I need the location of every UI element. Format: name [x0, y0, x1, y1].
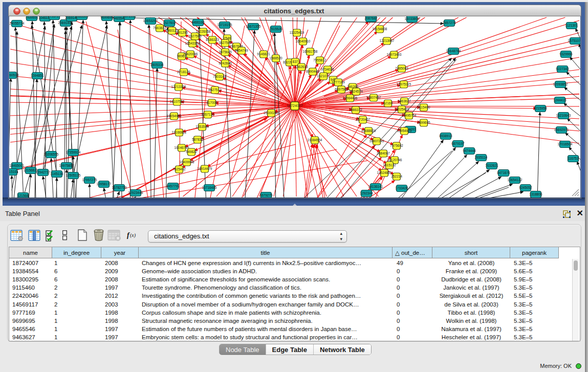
svg-text:3824574: 3824574 — [350, 90, 363, 93]
svg-text:1594851: 1594851 — [31, 74, 44, 77]
svg-text:9146821: 9146821 — [257, 52, 270, 56]
svg-text:18724007: 18724007 — [287, 104, 302, 107]
svg-text:13954923: 13954923 — [397, 129, 412, 133]
svg-text:16107552: 16107552 — [170, 100, 185, 103]
svg-text:2805334: 2805334 — [150, 63, 164, 67]
svg-text:2986372: 2986372 — [349, 108, 362, 112]
svg-text:17957275: 17957275 — [82, 178, 97, 182]
svg-text:6466160: 6466160 — [191, 20, 205, 24]
svg-text:10973493: 10973493 — [387, 53, 402, 56]
svg-text:1145134: 1145134 — [51, 172, 63, 176]
svg-text:16961758: 16961758 — [303, 50, 318, 53]
svg-text:7632621: 7632621 — [485, 164, 498, 167]
svg-text:1733426: 1733426 — [395, 186, 408, 190]
svg-text:1121301: 1121301 — [565, 24, 578, 27]
svg-text:7663822: 7663822 — [153, 26, 166, 30]
svg-text:19654985: 19654985 — [167, 114, 182, 118]
svg-text:2718126: 2718126 — [177, 70, 190, 74]
svg-text:837: 837 — [293, 60, 298, 63]
svg-text:16120746: 16120746 — [387, 158, 402, 162]
svg-text:1615132: 1615132 — [383, 163, 396, 167]
svg-text:17359924: 17359924 — [66, 150, 81, 154]
svg-text:6899695: 6899695 — [417, 121, 430, 124]
svg-text:13716485: 13716485 — [202, 186, 217, 189]
svg-text:7975692: 7975692 — [390, 144, 403, 147]
svg-text:1527602: 1527602 — [163, 21, 176, 25]
svg-text:10719155: 10719155 — [217, 23, 232, 27]
svg-text:18807249: 18807249 — [369, 139, 384, 143]
svg-text:16543362: 16543362 — [185, 41, 200, 45]
svg-text:10671355: 10671355 — [246, 25, 261, 28]
svg-text:549822: 549822 — [186, 150, 197, 154]
svg-text:1795727: 1795727 — [48, 16, 61, 18]
svg-text:16914479: 16914479 — [198, 167, 212, 170]
svg-text:9242845: 9242845 — [219, 61, 232, 65]
svg-text:891295: 891295 — [177, 31, 188, 34]
svg-text:7803144: 7803144 — [213, 75, 226, 78]
svg-text:7857274: 7857274 — [443, 21, 456, 25]
svg-text:7515526: 7515526 — [269, 27, 282, 31]
svg-text:14136141: 14136141 — [368, 185, 383, 188]
svg-text:817006: 817006 — [206, 101, 217, 104]
svg-text:12942737: 12942737 — [36, 170, 51, 174]
svg-text:2087682: 2087682 — [364, 16, 378, 20]
svg-text:9245052: 9245052 — [519, 186, 532, 189]
svg-text:1318806: 1318806 — [529, 192, 542, 196]
svg-text:7485063: 7485063 — [395, 67, 408, 70]
svg-text:16782759: 16782759 — [112, 186, 127, 189]
svg-text:252214: 252214 — [391, 174, 402, 178]
svg-text:8471676: 8471676 — [497, 171, 510, 174]
svg-text:19384554: 19384554 — [308, 138, 322, 142]
svg-text:12093852: 12093852 — [553, 82, 568, 86]
svg-text:(x): (x) — [130, 232, 136, 238]
svg-text:16033809: 16033809 — [405, 17, 420, 20]
svg-text:8454749: 8454749 — [235, 49, 248, 52]
svg-text:8427512: 8427512 — [208, 88, 222, 92]
svg-text:17016504: 17016504 — [558, 142, 573, 146]
svg-text:19975857: 19975857 — [59, 164, 74, 167]
svg-text:16409948: 16409948 — [180, 160, 194, 164]
svg-text:12923446: 12923446 — [128, 191, 143, 194]
svg-text:21564436: 21564436 — [343, 96, 358, 100]
svg-text:15751074: 15751074 — [568, 39, 580, 42]
svg-text:9734028: 9734028 — [321, 68, 334, 71]
svg-text:10688609: 10688609 — [361, 129, 376, 133]
svg-text:10654122: 10654122 — [508, 178, 522, 182]
svg-text:8186323: 8186323 — [206, 38, 219, 41]
svg-text:3267130: 3267130 — [201, 113, 214, 116]
svg-text:24055724: 24055724 — [10, 21, 25, 25]
svg-text:12505135: 12505135 — [66, 173, 81, 177]
svg-text:9463627: 9463627 — [398, 99, 411, 103]
svg-text:9227343: 9227343 — [556, 67, 569, 71]
svg-text:1071915: 1071915 — [123, 16, 136, 18]
svg-text:10025433: 10025433 — [395, 107, 409, 111]
svg-text:9115400: 9115400 — [418, 105, 430, 109]
svg-text:12213308: 12213308 — [171, 85, 186, 89]
svg-text:116753: 116753 — [568, 157, 579, 160]
svg-text:16648784: 16648784 — [446, 49, 461, 53]
svg-text:19166822: 19166822 — [172, 130, 187, 134]
svg-text:3875645: 3875645 — [219, 50, 232, 54]
svg-text:1362615: 1362615 — [295, 65, 308, 69]
svg-text:13524851: 13524851 — [377, 171, 392, 174]
svg-text:11325419: 11325419 — [290, 31, 304, 34]
svg-text:9474444: 9474444 — [463, 149, 476, 152]
svg-text:9699695: 9699695 — [100, 16, 114, 19]
svg-text:7955812: 7955812 — [313, 58, 326, 62]
svg-text:8990448: 8990448 — [306, 70, 319, 73]
svg-text:9329966: 9329966 — [559, 52, 573, 56]
svg-text:12213967: 12213967 — [380, 39, 395, 42]
svg-text:2935114: 2935114 — [475, 156, 488, 159]
svg-text:1065326: 1065326 — [75, 16, 89, 18]
svg-text:7625402: 7625402 — [172, 167, 186, 171]
svg-text:23420046: 23420046 — [183, 52, 198, 56]
svg-text:1621072: 1621072 — [317, 74, 330, 78]
svg-text:16154808: 16154808 — [373, 27, 387, 31]
svg-text:13495754: 13495754 — [402, 114, 417, 117]
svg-text:9457791: 9457791 — [166, 184, 180, 188]
svg-text:25300285: 25300285 — [264, 111, 279, 115]
svg-text:1588520: 1588520 — [269, 56, 282, 60]
svg-text:1292344: 1292344 — [360, 191, 373, 195]
svg-text:6879197: 6879197 — [451, 142, 465, 145]
svg-text:26160510: 26160510 — [9, 73, 19, 77]
